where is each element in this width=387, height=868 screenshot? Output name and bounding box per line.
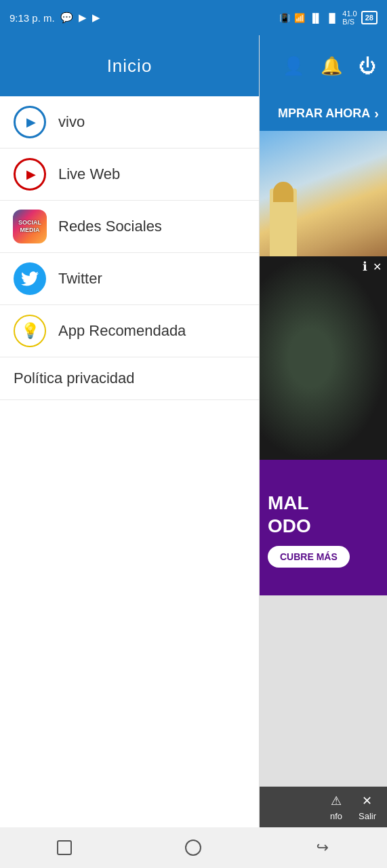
power-icon[interactable]: ⏻ — [359, 56, 376, 77]
main-layout: Inicio vivo Live Web SOCIALMEDIA Redes S… — [0, 35, 387, 827]
sidebar-item-vivo-label: vivo — [58, 113, 85, 131]
status-bar-right: 📳 📶 ▐▌ ▐▌ 41.0B/S 28 — [279, 9, 378, 26]
purple-ad-title-line2: ODO — [268, 515, 379, 538]
sidebar-item-privacy[interactable]: Política privacidad — [0, 357, 259, 400]
home-nav-icon — [185, 840, 201, 856]
status-bar-left: 9:13 p. m. 💬 ▶ ▶ — [9, 12, 100, 24]
liveweb-icon-container — [14, 158, 46, 191]
wifi-icon: 📶 — [294, 13, 305, 23]
square-nav-icon — [57, 840, 72, 855]
bell-icon[interactable]: 🔔 — [321, 56, 342, 77]
info-icon[interactable]: ℹ — [363, 259, 367, 274]
sidebar-item-redes-sociales[interactable]: SOCIALMEDIA Redes Sociales — [0, 201, 259, 253]
vivo-play-icon — [14, 106, 46, 138]
ad-banner-text: MPRAR AHORA › — [278, 106, 379, 121]
sidebar-item-vivo[interactable]: vivo — [0, 96, 259, 149]
sidebar-item-twitter[interactable]: Twitter — [0, 253, 259, 305]
info-bottom-button[interactable]: ⚠ nfo — [330, 793, 342, 821]
purple-ad-section: MAL ODO CUBRE MÁS — [260, 460, 387, 595]
info-bottom-label: nfo — [330, 811, 342, 821]
dark-image-overlay: ℹ ✕ — [260, 256, 387, 277]
device-nav-bar: ↩ — [0, 827, 387, 868]
signal2-icon: ▐▌ — [326, 13, 338, 23]
sidebar-item-liveweb[interactable]: Live Web — [0, 149, 259, 201]
back-nav-button[interactable]: ↩ — [309, 834, 336, 861]
sidebar-item-redes-label: Redes Sociales — [58, 218, 162, 235]
sidebar-drawer: Inicio vivo Live Web SOCIALMEDIA Redes S… — [0, 35, 260, 827]
ad-banner-label: MPRAR AHORA — [278, 106, 370, 121]
city-image — [260, 131, 387, 256]
battery-display: 28 — [361, 11, 378, 24]
sidebar-item-twitter-label: Twitter — [58, 270, 102, 288]
app-recomendada-icon: 💡 — [14, 315, 46, 347]
square-nav-button[interactable] — [51, 834, 78, 861]
exit-label: Salir — [359, 811, 376, 821]
sidebar-item-app-recomendada-label: App Recomendada — [58, 322, 186, 340]
whatsapp-icon: 💬 — [60, 12, 73, 24]
ad-banner-top[interactable]: MPRAR AHORA › — [260, 96, 387, 131]
youtube-icon: ▶ — [79, 12, 87, 24]
right-top-bar: 👤 🔔 ⏻ — [260, 35, 387, 96]
close-dark-icon[interactable]: ✕ — [373, 260, 382, 273]
liveweb-play-icon — [14, 158, 46, 191]
signal1-icon: ▐▌ — [309, 13, 321, 23]
sidebar-title: Inicio — [107, 56, 152, 77]
purple-ad-title-line1: MAL — [268, 492, 379, 515]
time-display: 9:13 p. m. — [9, 12, 55, 24]
exit-button[interactable]: ✕ Salir — [359, 793, 376, 821]
ad-chevron-icon: › — [374, 106, 379, 121]
vibrate-icon: 📳 — [279, 13, 290, 23]
twitter-bird-icon — [14, 262, 46, 295]
person-icon[interactable]: 👤 — [283, 56, 304, 77]
sidebar-item-liveweb-label: Live Web — [58, 165, 120, 183]
sidebar-header: Inicio — [0, 35, 259, 96]
data-speed: 41.0B/S — [342, 9, 357, 26]
right-panel: 👤 🔔 ⏻ MPRAR AHORA › ℹ ✕ MAL ODO — [260, 35, 387, 827]
hand-silhouette-image — [260, 256, 387, 460]
right-bottom-bar: ⚠ nfo ✕ Salir — [260, 787, 387, 827]
home-nav-button[interactable] — [180, 834, 207, 861]
vivo-icon-container — [14, 106, 46, 138]
sidebar-item-app-recomendada[interactable]: 💡 App Recomendada — [0, 305, 259, 357]
youtube2-icon: ▶ — [92, 12, 100, 24]
social-media-icon: SOCIALMEDIA — [13, 210, 47, 243]
redes-icon-container: SOCIALMEDIA — [14, 210, 46, 243]
dark-video-area: ℹ ✕ — [260, 256, 387, 460]
status-bar: 9:13 p. m. 💬 ▶ ▶ 📳 📶 ▐▌ ▐▌ 41.0B/S 28 — [0, 0, 387, 35]
back-nav-icon: ↩ — [317, 839, 329, 856]
twitter-icon-container — [14, 262, 46, 295]
info-bottom-icon: ⚠ — [331, 793, 342, 808]
sidebar-privacy-label: Política privacidad — [14, 370, 135, 387]
exit-icon: ✕ — [362, 793, 372, 808]
purple-ad-button[interactable]: CUBRE MÁS — [268, 546, 350, 568]
app-rec-icon-container: 💡 — [14, 315, 46, 347]
